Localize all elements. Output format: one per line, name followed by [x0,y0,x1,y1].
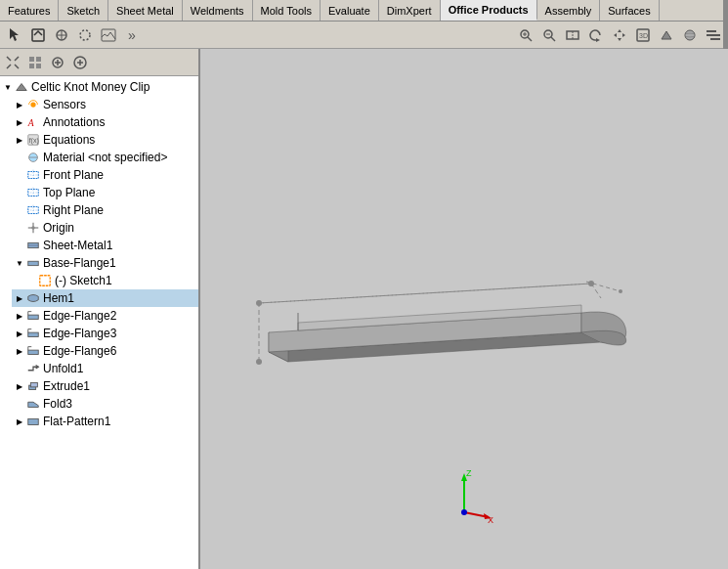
expand-sensors-icon: ▶ [14,99,25,110]
front-plane-icon [25,167,41,183]
tree-item-annotations[interactable]: ▶ A Annotations [12,113,198,131]
panel-btn2[interactable] [24,52,46,73]
panel-btn4[interactable] [69,52,91,73]
zoom-fit-button[interactable] [562,24,583,46]
expand-hem1-icon: ▶ [14,292,25,304]
svg-text:A: A [27,117,34,128]
tree-item-sensors[interactable]: ▶ Sensors [12,96,198,113]
tree-item-root[interactable]: ▼ Celtic Knot Money Clip [0,78,198,96]
expand-extrude1-icon: ▶ [14,380,25,392]
tree-item-hem1[interactable]: ▶ Hem1 [12,289,198,307]
tree-item-sheetmetal1[interactable]: ▶ Sheet-Metal1 [12,237,198,254]
rotate-button[interactable] [585,24,607,46]
svg-line-11 [551,37,555,41]
svg-rect-22 [29,57,34,62]
annotations-icon: A [25,114,41,130]
svg-rect-48 [28,350,39,354]
svg-rect-23 [36,57,41,62]
panel-toolbar [0,49,198,76]
tool-row: » 3D [0,22,728,49]
tool4-button[interactable] [74,24,96,46]
tree-item-equations[interactable]: ▶ f(x) Equations [12,131,198,149]
svg-text:f(x): f(x) [29,137,39,145]
tree-item-edgeflange3[interactable]: ▶ Edge-Flange3 [12,325,198,342]
left-panel: ▼ Celtic Knot Money Clip ▶ Sensors ▶ A [0,49,200,569]
tab-sheetmetal[interactable]: Sheet Metal [108,0,183,21]
tree-item-right-plane[interactable]: ▶ Right Plane [12,201,198,219]
viewport[interactable]: Z X [200,49,728,569]
materials-button[interactable] [679,24,701,46]
tree-item-edgeflange2[interactable]: ▶ Edge-Flange2 [12,307,198,325]
tree-item-edgeflange6[interactable]: ▶ Edge-Flange6 [12,342,198,360]
equations-icon: f(x) [25,132,41,148]
tree-item-top-plane[interactable]: ▶ Top Plane [12,184,198,201]
more-button[interactable]: » [121,24,143,46]
svg-point-4 [80,30,90,40]
sketch1-icon [37,273,53,288]
tab-dimxpert[interactable]: DimXpert [379,0,441,21]
tree-item-unfold1[interactable]: ▶ Unfold1 [12,360,198,377]
main-area: ▼ Celtic Knot Money Clip ▶ Sensors ▶ A [0,49,728,569]
expand-edgeflange6-icon: ▶ [14,345,25,357]
tab-weldments[interactable]: Weldments [183,0,253,21]
zoom-in-button[interactable] [515,24,536,46]
svg-point-60 [256,300,262,306]
svg-text:3D: 3D [639,32,648,39]
tab-officeproducts[interactable]: Office Products [441,0,537,21]
root-icon [14,79,29,95]
pan-button[interactable] [609,24,630,46]
tab-sketch[interactable]: Sketch [59,0,108,21]
extrude1-icon [25,378,41,394]
svg-rect-42 [28,315,39,319]
material-icon [25,150,41,165]
svg-rect-41 [40,276,51,286]
coordinate-indicator: Z X [435,468,493,530]
tree-item-baseflange1[interactable]: ▼ Base-Flange1 [12,254,198,272]
tab-moldtools[interactable]: Mold Tools [253,0,321,21]
expand-root-icon: ▼ [2,81,14,93]
tab-assembly[interactable]: Assembly [537,0,601,21]
unfold1-icon [25,361,41,376]
svg-rect-40 [28,261,39,265]
expand-baseflange-icon: ▼ [14,257,25,269]
tab-surfaces[interactable]: Surfaces [600,0,659,21]
panel-btn3[interactable] [47,52,68,73]
sheetmetal1-icon [25,238,41,253]
cursor-button[interactable] [4,24,25,46]
select-button[interactable] [27,24,49,46]
tab-evaluate[interactable]: Evaluate [321,0,379,21]
svg-point-17 [685,30,695,40]
tree-item-material[interactable]: ▶ Material <not specified> [12,149,198,166]
edgeflange6-icon [25,343,41,359]
svg-point-62 [256,359,262,365]
image-button[interactable] [98,24,119,46]
expand-edgeflange3-icon: ▶ [14,328,25,339]
edgeflange3-icon [25,326,41,341]
view-settings-button[interactable] [703,24,724,46]
svg-line-7 [528,37,532,41]
tree-item-extrude1[interactable]: ▶ Extrude1 [12,377,198,395]
tree-item-sketch1[interactable]: ▶ (-) Sketch1 [23,272,198,289]
tree-item-front-plane[interactable]: ▶ Front Plane [12,166,198,184]
display-style-button[interactable] [656,24,677,46]
svg-rect-21 [710,38,720,40]
edgeflange2-icon [25,308,41,324]
panel-btn1[interactable] [2,52,23,73]
svg-point-29 [30,102,35,107]
tool3-button[interactable] [51,24,72,46]
svg-point-64 [619,289,622,293]
view-orient-button[interactable]: 3D [632,24,654,46]
tab-bar: Features Sketch Sheet Metal Weldments Mo… [0,0,728,22]
tree-item-flatpattern1[interactable]: ▶ Flat-Pattern1 [12,413,198,430]
tab-features[interactable]: Features [0,0,59,21]
svg-rect-53 [28,418,39,424]
zoom-out-button[interactable] [538,24,560,46]
origin-icon [25,220,41,236]
svg-rect-52 [30,383,37,387]
svg-rect-25 [36,64,41,68]
feature-tree: ▼ Celtic Knot Money Clip ▶ Sensors ▶ A [0,76,198,569]
tree-item-origin[interactable]: ▶ Origin [12,219,198,237]
expand-equations-icon: ▶ [14,134,25,146]
tree-item-fold3[interactable]: ▶ Fold3 [12,395,198,413]
flatpattern1-icon [25,414,41,429]
